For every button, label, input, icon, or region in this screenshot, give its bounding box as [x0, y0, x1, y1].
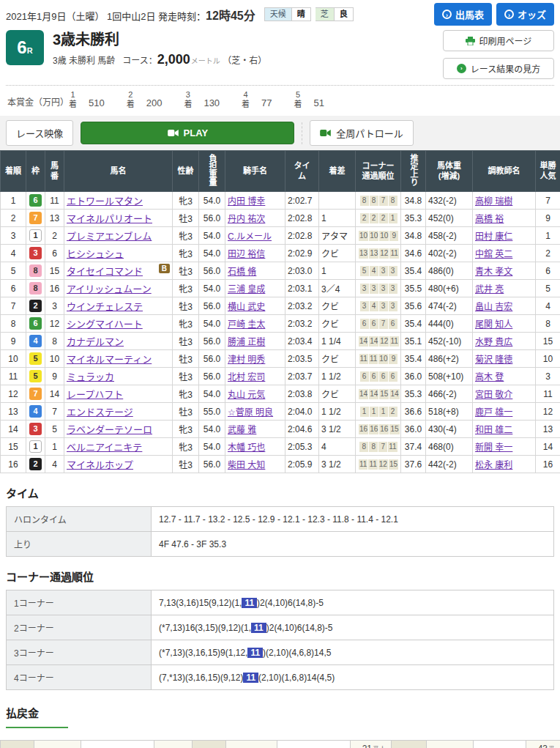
- corner-position: 15: [389, 459, 398, 470]
- horse-link[interactable]: ラベンダーテソーロ: [67, 424, 152, 435]
- horse-link[interactable]: マイネルホップ: [67, 459, 133, 470]
- time-tbody: ハロンタイム 12.7 - 11.7 - 13.2 - 12.5 - 12.9 …: [7, 507, 554, 557]
- trainer-link[interactable]: 新開 幸一: [475, 442, 512, 453]
- horse-link[interactable]: プレミアエンブレム: [67, 231, 152, 242]
- waku-badge: 5: [29, 370, 42, 382]
- trainer-link[interactable]: 水野 貴広: [475, 337, 512, 347]
- race-date: 2021年1月9日（土曜） 1回中山2日 発走時刻：12時45分: [6, 6, 255, 23]
- jockey-link[interactable]: 柴田 大知: [228, 460, 265, 470]
- horse-link[interactable]: マイネルパリオート: [67, 213, 152, 224]
- jockey-link[interactable]: 田辺 裕信: [228, 249, 265, 259]
- corner-position: 11: [389, 248, 398, 259]
- time-table: ハロンタイム 12.7 - 11.7 - 13.2 - 12.5 - 12.9 …: [6, 506, 554, 557]
- horse-link[interactable]: エトワールマタン: [67, 196, 143, 207]
- trainer-link[interactable]: 武井 亮: [475, 284, 504, 295]
- trainer-link[interactable]: 高柳 瑞樹: [475, 196, 512, 207]
- printer-icon: [466, 37, 475, 45]
- results-guide-label: レース結果の見方: [471, 62, 540, 75]
- race-class-text: 3歳 未勝利 馬齢: [53, 56, 115, 66]
- horse-link[interactable]: ベルニアイニキテ: [67, 442, 142, 453]
- weather-value: 晴: [292, 7, 311, 21]
- corner-table: 1コーナー 7,13(3,16)15(9,12)(1,11)2(4,10)6(1…: [6, 590, 554, 690]
- horse-link[interactable]: ヒシシュシュ: [67, 248, 124, 259]
- result-row: 5 8 15 タイセイコマンドB 牡3 56.0 石橋 脩 2:03.0 1 5…: [1, 262, 560, 280]
- corner-position: 14: [389, 389, 399, 399]
- horse-link[interactable]: ウインチェレステ: [67, 301, 143, 312]
- waku-badge: 6: [29, 194, 42, 207]
- result-row: 1 6 11 エトワールマタン 牝3 54.0 内田 博幸 2:02.7 887…: [1, 192, 560, 210]
- corner-position: 3: [360, 284, 369, 294]
- trainer-link[interactable]: 高木 登: [475, 372, 504, 382]
- corner-position: 1: [360, 407, 369, 417]
- jockey-link[interactable]: C.ルメール: [228, 232, 272, 242]
- result-row: 6 8 16 アイリッシュムーン 牝3 54.0 三浦 皇成 2:03.1 3／…: [1, 280, 560, 297]
- corner-position: 3: [389, 301, 397, 311]
- jockey-link[interactable]: 木幡 巧也: [228, 442, 265, 453]
- start-time-label: 発走時刻：: [158, 11, 206, 22]
- trainer-link[interactable]: 尾関 知人: [475, 319, 512, 330]
- jockey-link[interactable]: 横山 武史: [228, 302, 265, 312]
- horse-link[interactable]: カナデルマン: [67, 336, 124, 347]
- corner-position: 2: [370, 213, 378, 223]
- corner-row: 4コーナー (7,*13)(3,16,15)(9,12)11(2,10)(1,6…: [7, 665, 554, 690]
- jockey-link[interactable]: 丹内 祐次: [228, 214, 265, 224]
- corner-position: 6: [379, 371, 388, 382]
- blinker-badge: B: [159, 264, 170, 273]
- jockey-link[interactable]: 丸山 元気: [228, 390, 265, 400]
- corner-position: 15: [389, 424, 399, 434]
- race-video-button[interactable]: レース映像: [6, 120, 73, 146]
- corner-position: 11: [389, 336, 398, 347]
- jockey-link[interactable]: 三浦 皇成: [228, 284, 265, 295]
- corner-position: 11: [368, 459, 377, 470]
- trainer-link[interactable]: 中舘 英二: [475, 249, 512, 259]
- corner-position: 6: [370, 319, 378, 329]
- trainer-link[interactable]: 青木 孝文: [475, 267, 512, 277]
- horse-link[interactable]: タイセイコマンド: [67, 266, 143, 277]
- top-actions: › 出馬表 › オッズ: [434, 3, 554, 26]
- patrol-video-button[interactable]: 全周パトロール: [310, 120, 413, 146]
- horse-link[interactable]: アイリッシュムーン: [67, 284, 152, 295]
- jockey-link[interactable]: 戸崎 圭太: [228, 319, 265, 330]
- trainer-link[interactable]: 和田 雄二: [475, 425, 512, 435]
- course-distance: 2,000: [157, 52, 190, 67]
- jockey-link[interactable]: 内田 博幸: [228, 196, 265, 207]
- turf-label: 芝: [316, 7, 335, 21]
- waku-badge: 8: [29, 264, 42, 277]
- horse-link[interactable]: シングマイハート: [67, 319, 143, 330]
- jockey-link[interactable]: 武藤 雅: [228, 425, 256, 435]
- print-page-button[interactable]: 印刷用ページ: [443, 30, 554, 51]
- trainer-link[interactable]: 高橋 裕: [475, 214, 504, 224]
- time-section-heading: タイム: [6, 485, 554, 500]
- trainer-link[interactable]: 宮田 敬介: [475, 390, 512, 400]
- jockey-link[interactable]: 石橋 脩: [228, 267, 256, 277]
- horse-link[interactable]: マイネルマーティン: [67, 354, 152, 365]
- jockey-link[interactable]: 北村 宏司: [228, 372, 265, 382]
- jockey-link[interactable]: 津村 明秀: [228, 355, 265, 365]
- jockey-link[interactable]: ☆菅原 明良: [228, 407, 273, 418]
- horse-link[interactable]: ミュラッカ: [67, 371, 114, 382]
- trainer-link[interactable]: 鹿戸 雄一: [475, 407, 512, 418]
- trainer-link[interactable]: 菊沢 隆徳: [475, 355, 512, 365]
- column-header: 調教師名: [473, 151, 536, 192]
- odds-button[interactable]: › オッズ: [496, 3, 554, 26]
- results-table: 着順枠馬 番馬名性齢負担重量騎手名タイ ム着差コーナー 通過順位推定上り馬体重 …: [0, 150, 560, 473]
- corner-position: 16: [369, 424, 378, 434]
- trainer-link[interactable]: 松永 康利: [475, 460, 512, 470]
- results-guide-button[interactable]: › レース結果の見方: [443, 58, 554, 79]
- corner-position: 3: [379, 266, 388, 276]
- trainer-link[interactable]: 畠山 吉宏: [475, 302, 512, 312]
- trainer-link[interactable]: 田村 康仁: [475, 232, 512, 242]
- column-header: 馬名: [64, 151, 173, 192]
- jockey-link[interactable]: 勝浦 正樹: [228, 337, 265, 347]
- horse-link[interactable]: レープハフト: [67, 389, 123, 400]
- horse-link[interactable]: エンドステージ: [67, 407, 133, 418]
- play-button[interactable]: PLAY: [81, 122, 294, 144]
- corner-position: 4: [370, 266, 378, 276]
- entries-button[interactable]: › 出馬表: [434, 3, 492, 26]
- corner-position: 10: [369, 231, 378, 241]
- result-row: 9 4 8 カナデルマン 牡3 56.0 勝浦 正樹 2:03.4 1 1/4 …: [1, 333, 560, 350]
- result-row: 7 2 3 ウインチェレステ 牡3 56.0 横山 武史 2:03.2 クビ 3…: [1, 297, 560, 315]
- date-meeting-text: 2021年1月9日（土曜） 1回中山2日: [6, 11, 155, 22]
- prize-item: 4着 77: [242, 90, 272, 108]
- winner-highlight: 11: [251, 623, 266, 633]
